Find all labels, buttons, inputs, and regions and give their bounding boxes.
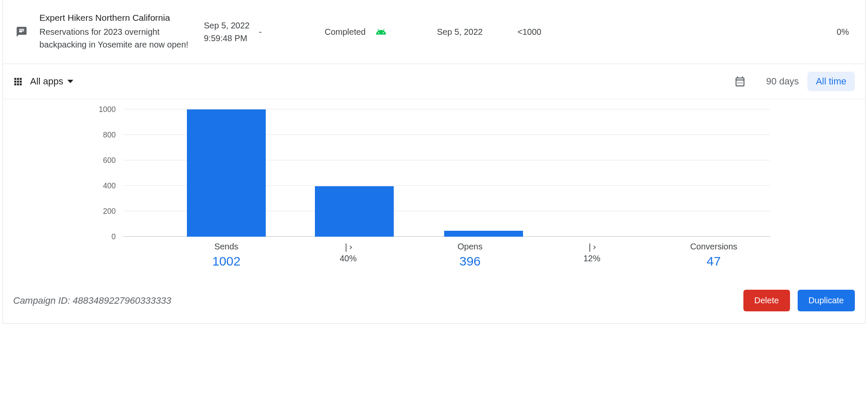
campaign-header-row: Expert Hikers Northern California Reserv… (3, 0, 865, 64)
end-date-cell: - (259, 27, 325, 37)
range-90days-button[interactable]: 90 days (758, 72, 807, 91)
svg-rect-8 (20, 84, 22, 86)
value-sends: 1002 (187, 254, 266, 269)
bar-sends (187, 109, 266, 237)
label-opens: Opens (431, 242, 509, 252)
svg-rect-2 (20, 78, 22, 80)
calendar-icon[interactable] (734, 76, 746, 87)
filter-bar: All apps 90 days All time (3, 64, 865, 99)
funnel-icon: |› (343, 242, 353, 252)
card-footer: Campaign ID: 4883489227960333333 Delete … (3, 273, 865, 323)
y-tick-1000: 1000 (99, 105, 123, 114)
svg-rect-7 (17, 84, 19, 86)
svg-rect-5 (20, 81, 22, 83)
chart-container: 1000 800 600 400 200 0 Sends 1002 |› 40%… (3, 99, 865, 273)
campaign-subtitle: Reservations for 2023 overnight backpack… (39, 25, 199, 51)
last-activity-cell: Sep 5, 2022 (437, 27, 517, 37)
value-conversions: 47 (674, 254, 753, 269)
status-cell: Completed (325, 27, 376, 37)
delete-button[interactable]: Delete (743, 290, 790, 311)
campaign-title-cell: Expert Hikers Northern California Reserv… (39, 13, 204, 51)
xgroup-conversions: Conversions 47 (674, 242, 753, 269)
campaign-title: Expert Hikers Northern California (39, 13, 199, 23)
value-opens: 396 (431, 254, 509, 269)
campaign-id-label: Campaign ID: 4883489227960333333 (13, 295, 736, 306)
created-time: 9:59:48 PM (204, 32, 259, 45)
created-date-cell: Sep 5, 2022 9:59:48 PM (204, 19, 259, 45)
duplicate-button[interactable]: Duplicate (798, 290, 855, 311)
message-icon (16, 26, 28, 38)
campaign-card: Expert Hikers Northern California Reserv… (3, 0, 865, 324)
y-tick-0: 0 (111, 232, 123, 241)
svg-rect-4 (17, 81, 19, 83)
android-icon (376, 26, 387, 37)
message-icon-cell (16, 26, 39, 38)
y-tick-200: 200 (103, 207, 123, 216)
bar-opens (315, 186, 394, 237)
range-alltime-button[interactable]: All time (807, 72, 855, 91)
created-date: Sep 5, 2022 (204, 19, 259, 32)
svg-rect-0 (14, 78, 17, 80)
bar-chart: 1000 800 600 400 200 0 (123, 109, 770, 237)
platform-cell (376, 26, 437, 37)
y-tick-800: 800 (103, 131, 123, 140)
apps-filter-dropdown[interactable]: All apps (30, 76, 73, 87)
funnel-rate-1-value: 12% (583, 254, 600, 263)
bar-conversions (444, 231, 523, 237)
y-tick-600: 600 (103, 156, 123, 165)
sends-count-cell: <1000 (517, 27, 583, 37)
label-conversions: Conversions (674, 242, 753, 252)
svg-rect-3 (14, 81, 17, 83)
apps-filter-label: All apps (30, 76, 63, 87)
y-tick-400: 400 (103, 182, 123, 190)
funnel-rate-0: |› 40% (266, 242, 431, 263)
conversion-pct-cell: 0% (583, 27, 852, 37)
funnel-rate-1: |› 12% (509, 242, 674, 263)
funnel-rate-0-value: 40% (339, 254, 356, 263)
chart-xaxis: Sends 1002 |› 40% Opens 396 |› 12% Conve… (123, 237, 770, 273)
svg-rect-6 (14, 84, 17, 86)
xgroup-sends: Sends 1002 (187, 242, 266, 269)
apps-grid-icon (13, 77, 22, 86)
xgroup-opens: Opens 396 (431, 242, 509, 269)
funnel-icon: |› (587, 242, 596, 252)
svg-rect-1 (17, 78, 19, 80)
chevron-down-icon (67, 80, 73, 83)
label-sends: Sends (187, 242, 266, 252)
